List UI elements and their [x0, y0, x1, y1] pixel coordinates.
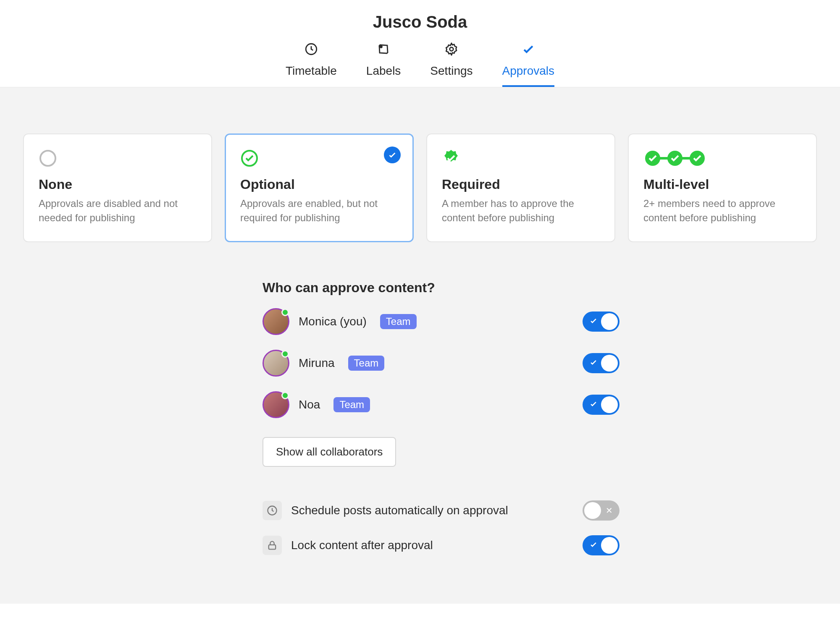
approver-info: Monica (you) Team — [262, 308, 417, 335]
card-multilevel[interactable]: Multi-level 2+ members need to approve c… — [628, 134, 817, 242]
option-toggle[interactable] — [583, 535, 620, 555]
approver-name: Monica (you) — [299, 315, 367, 328]
toggle-knob — [601, 313, 618, 330]
tab-label: Timetable — [286, 64, 337, 78]
approver-info: Miruna Team — [262, 350, 384, 377]
presence-dot-icon — [281, 392, 289, 399]
option-info: Lock content after approval — [262, 536, 433, 555]
tag-icon — [376, 42, 391, 59]
role-badge: Team — [348, 356, 385, 371]
svg-rect-10 — [269, 545, 276, 550]
lock-icon — [262, 536, 282, 555]
check-icon — [589, 358, 598, 368]
approver-toggle[interactable] — [583, 353, 620, 373]
tab-timetable[interactable]: Timetable — [286, 42, 337, 87]
approver-name: Noa — [299, 398, 320, 411]
clock-icon — [304, 42, 318, 59]
toggle-knob — [584, 502, 601, 519]
show-all-collaborators-button[interactable]: Show all collaborators — [262, 437, 396, 467]
tab-label: Approvals — [502, 64, 555, 78]
presence-dot-icon — [281, 350, 289, 358]
x-icon: ✕ — [606, 505, 613, 516]
approval-mode-cards: None Approvals are disabled and not need… — [23, 134, 817, 242]
toggle-knob — [601, 355, 618, 372]
card-optional[interactable]: Optional Approvals are enabled, but not … — [225, 134, 414, 242]
approver-row: Noa Team — [262, 391, 620, 418]
option-toggle[interactable]: ✕ — [583, 500, 620, 521]
approver-toggle[interactable] — [583, 395, 620, 415]
circle-check-outline-icon — [240, 149, 398, 168]
svg-point-2 — [450, 47, 454, 51]
page-title: Jusco Soda — [0, 13, 840, 31]
content: None Approvals are disabled and not need… — [0, 87, 840, 604]
check-icon — [521, 42, 536, 59]
tab-label: Labels — [366, 64, 401, 78]
approver-toggle[interactable] — [583, 312, 620, 332]
option-info: Schedule posts automatically on approval — [262, 501, 508, 520]
avatar — [262, 350, 289, 377]
card-desc: A member has to approve the content befo… — [442, 196, 600, 225]
avatar — [262, 308, 289, 335]
card-desc: 2+ members need to approve content befor… — [643, 196, 801, 225]
svg-point-1 — [380, 46, 382, 47]
approver-row: Monica (you) Team — [262, 308, 620, 335]
clock-icon — [262, 501, 282, 520]
multi-check-icon — [643, 149, 801, 168]
svg-point-3 — [40, 151, 55, 166]
check-icon — [589, 400, 598, 410]
role-badge: Team — [333, 397, 370, 412]
tab-approvals[interactable]: Approvals — [502, 42, 555, 87]
check-icon — [589, 317, 598, 327]
tab-label: Settings — [430, 64, 472, 78]
seal-check-icon — [442, 149, 600, 168]
selected-check-icon — [384, 147, 401, 163]
approvers-section: Who can approve content? Monica (you) Te… — [262, 280, 620, 555]
toggle-knob — [601, 396, 618, 413]
role-badge: Team — [380, 314, 417, 329]
card-desc: Approvals are disabled and not needed fo… — [39, 196, 197, 225]
avatar — [262, 391, 289, 418]
section-title: Who can approve content? — [262, 280, 620, 296]
toggle-knob — [601, 537, 618, 554]
card-title: None — [39, 177, 197, 192]
card-desc: Approvals are enabled, but not required … — [240, 196, 398, 225]
tab-settings[interactable]: Settings — [430, 42, 472, 87]
option-label: Schedule posts automatically on approval — [291, 504, 508, 517]
tab-labels[interactable]: Labels — [366, 42, 401, 87]
tabs: Timetable Labels Settings Approvals — [0, 42, 840, 87]
approver-name: Miruna — [299, 356, 335, 370]
card-title: Required — [442, 177, 600, 192]
card-title: Multi-level — [643, 177, 801, 192]
card-none[interactable]: None Approvals are disabled and not need… — [23, 134, 212, 242]
card-required[interactable]: Required A member has to approve the con… — [426, 134, 615, 242]
card-title: Optional — [240, 177, 398, 192]
check-icon — [589, 540, 598, 550]
approver-row: Miruna Team — [262, 350, 620, 377]
option-row-schedule: Schedule posts automatically on approval… — [262, 500, 620, 521]
circle-empty-icon — [39, 149, 197, 168]
header: Jusco Soda Timetable Labels Settings App… — [0, 0, 840, 87]
presence-dot-icon — [281, 309, 289, 316]
option-label: Lock content after approval — [291, 539, 433, 552]
option-row-lock: Lock content after approval — [262, 535, 620, 555]
approver-info: Noa Team — [262, 391, 370, 418]
gear-icon — [444, 42, 459, 59]
